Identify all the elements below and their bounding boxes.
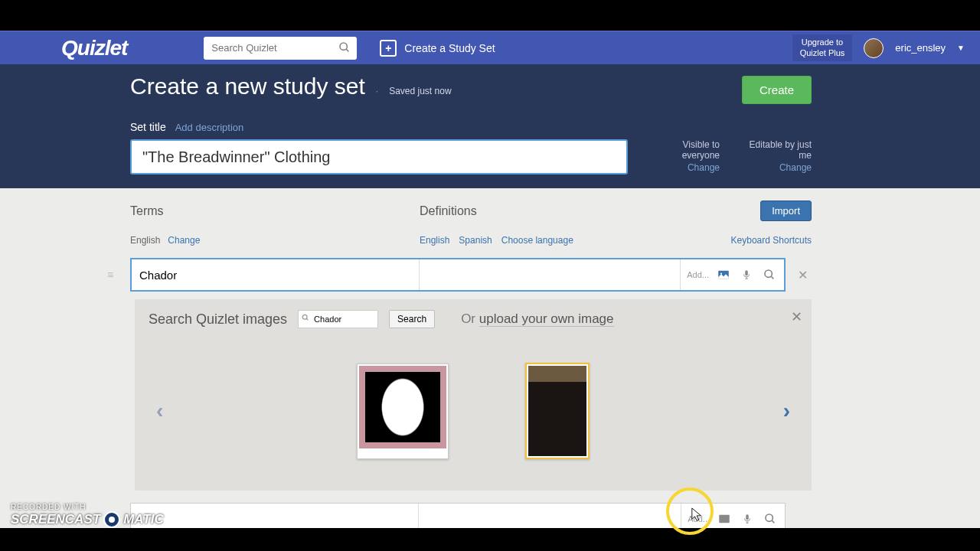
- import-button[interactable]: Import: [760, 201, 812, 221]
- choose-language-link[interactable]: Choose language: [501, 235, 573, 246]
- drag-handle-icon[interactable]: ≡: [107, 269, 121, 281]
- visibility-label: Visible to everyone: [682, 139, 720, 161]
- add-description-link[interactable]: Add description: [175, 122, 244, 133]
- svg-point-7: [302, 315, 307, 319]
- image-icon[interactable]: [715, 266, 732, 283]
- close-panel-icon[interactable]: ✕: [791, 308, 802, 325]
- avatar[interactable]: [864, 38, 884, 58]
- editable-label: Editable by just me: [750, 139, 812, 161]
- svg-rect-4: [745, 270, 748, 276]
- cursor-icon: [691, 507, 704, 523]
- search-input[interactable]: [204, 37, 357, 60]
- svg-point-0: [340, 43, 347, 50]
- create-study-set-button[interactable]: + Create a Study Set: [380, 40, 495, 57]
- upload-image-link[interactable]: upload your own image: [479, 311, 614, 327]
- search-icon[interactable]: [762, 510, 779, 527]
- defs-english-link[interactable]: English: [420, 235, 449, 246]
- image-result-1[interactable]: [357, 364, 449, 459]
- create-button[interactable]: Create: [742, 76, 812, 104]
- image-search-panel: Search Quizlet images Search Or upload y…: [135, 299, 812, 491]
- delete-row-icon[interactable]: ✕: [798, 268, 812, 282]
- terms-language-change[interactable]: Change: [168, 235, 200, 246]
- search-images-label: Search Quizlet images: [149, 311, 287, 328]
- page-title: Create a new study set: [130, 73, 365, 99]
- saved-status: Saved just now: [389, 86, 451, 96]
- svg-line-8: [306, 318, 308, 320]
- image-search-input[interactable]: [298, 310, 378, 328]
- visibility-change-link[interactable]: Change: [643, 162, 720, 173]
- svg-point-5: [765, 270, 772, 277]
- svg-point-11: [766, 514, 773, 521]
- terms-column-header: Terms: [130, 204, 420, 218]
- logo[interactable]: Quizlet: [61, 36, 127, 60]
- microphone-icon[interactable]: [738, 266, 755, 283]
- set-title-input[interactable]: [130, 139, 628, 174]
- defs-spanish-link[interactable]: Spanish: [459, 235, 492, 246]
- chevron-down-icon[interactable]: ▼: [957, 44, 965, 52]
- carousel-right-arrow[interactable]: ›: [776, 399, 798, 423]
- search-icon[interactable]: [338, 41, 351, 54]
- terms-language: English: [130, 235, 160, 246]
- svg-rect-9: [719, 515, 730, 523]
- watermark: RECORDED WITH SCREENCAST MATIC: [11, 503, 164, 528]
- carousel-left-arrow[interactable]: ‹: [149, 399, 171, 423]
- username[interactable]: eric_ensley: [895, 42, 946, 54]
- definitions-column-header: Definitions: [420, 204, 760, 218]
- add-media-label: Add...: [687, 270, 709, 279]
- plus-icon: +: [380, 40, 397, 57]
- keyboard-shortcuts-link[interactable]: Keyboard Shortcuts: [731, 235, 812, 246]
- editable-change-link[interactable]: Change: [735, 162, 812, 173]
- svg-line-6: [771, 276, 773, 279]
- definition-input-1[interactable]: [420, 259, 680, 290]
- image-result-2[interactable]: [525, 363, 590, 459]
- upgrade-button[interactable]: Upgrade to Quizlet Plus: [792, 34, 853, 60]
- svg-rect-10: [746, 514, 749, 520]
- create-study-set-label: Create a Study Set: [404, 42, 495, 54]
- image-icon[interactable]: [716, 510, 733, 527]
- svg-line-12: [772, 520, 774, 523]
- microphone-icon[interactable]: [739, 510, 756, 527]
- term-input-1[interactable]: [132, 259, 420, 290]
- svg-line-1: [346, 49, 348, 51]
- set-title-label: Set title: [130, 121, 166, 133]
- search-icon: [302, 314, 309, 321]
- search-icon[interactable]: [761, 266, 778, 283]
- image-search-button[interactable]: Search: [389, 310, 435, 328]
